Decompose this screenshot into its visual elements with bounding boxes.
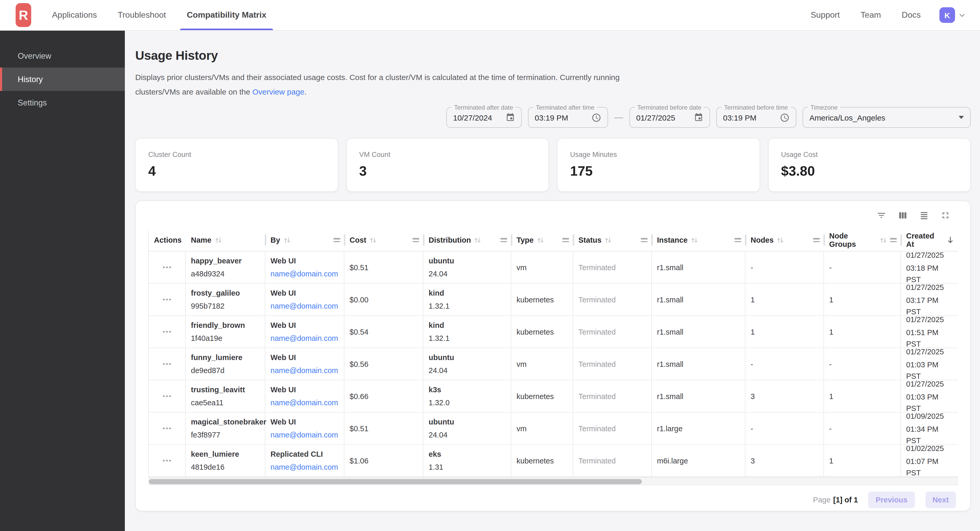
fullscreen-icon[interactable] bbox=[940, 210, 950, 220]
terminated-after-time-field[interactable]: Terminated after time 03:19 PM bbox=[528, 107, 608, 128]
account-menu[interactable]: K bbox=[940, 7, 966, 23]
scrollbar-thumb[interactable] bbox=[149, 479, 642, 484]
table-row: funny_lumierede9ed87dWeb UIname@domain.c… bbox=[149, 348, 958, 380]
status-value: Terminated bbox=[578, 390, 647, 402]
overview-page-link[interactable]: Overview page bbox=[252, 87, 304, 96]
column-menu-icon[interactable] bbox=[890, 238, 897, 242]
row-actions-button[interactable] bbox=[160, 296, 174, 304]
terminated-before-date-field[interactable]: Terminated before date 01/27/2025 bbox=[629, 107, 710, 128]
next-page-button[interactable]: Next bbox=[925, 491, 956, 508]
calendar-icon[interactable] bbox=[506, 113, 515, 122]
stat-label: Cluster Count bbox=[148, 151, 325, 159]
terminated-after-date-field[interactable]: Terminated after date 10/27/2024 bbox=[446, 107, 522, 128]
created-date: 01/02/2025 bbox=[906, 443, 955, 454]
instance-value: r1.large bbox=[657, 423, 741, 434]
cell-distribution: kind1.32.1 bbox=[423, 284, 511, 315]
cluster-id: a48d9324 bbox=[191, 268, 261, 279]
created-by-email-link[interactable]: name@domain.com bbox=[270, 333, 340, 344]
column-menu-icon[interactable] bbox=[500, 238, 507, 242]
column-header-status[interactable]: Status bbox=[573, 229, 652, 251]
avatar[interactable]: K bbox=[939, 7, 955, 23]
terminated-before-time-value: 03:19 PM bbox=[723, 113, 780, 122]
distribution-version: 1.32.0 bbox=[429, 397, 507, 408]
node-groups-value: - bbox=[829, 423, 896, 434]
column-header-name[interactable]: Name bbox=[186, 229, 265, 251]
density-icon[interactable] bbox=[919, 210, 929, 220]
nav-item-applications[interactable]: Applications bbox=[52, 0, 97, 30]
created-by-email-link[interactable]: name@domain.com bbox=[270, 397, 340, 408]
created-by-source: Web UI bbox=[270, 320, 340, 331]
sidebar-item-settings[interactable]: Settings bbox=[0, 91, 125, 114]
nav-item-compatibility-matrix[interactable]: Compatibility Matrix bbox=[187, 0, 266, 30]
column-header-node_groups[interactable]: Node Groups bbox=[824, 229, 901, 251]
column-menu-icon[interactable] bbox=[562, 238, 569, 242]
type-value: kubernetes bbox=[517, 326, 568, 338]
cluster-id: cae5ea11 bbox=[191, 397, 261, 408]
cell-by: Web UIname@domain.com bbox=[265, 316, 344, 347]
node-groups-value: 1 bbox=[829, 294, 896, 305]
nav-item-support[interactable]: Support bbox=[811, 10, 840, 20]
columns-icon[interactable] bbox=[898, 210, 908, 220]
filter-bar: Terminated after date 10/27/2024 Termina… bbox=[135, 107, 970, 128]
cluster-id: 1f40a19e bbox=[191, 333, 261, 344]
row-actions-button[interactable] bbox=[160, 425, 174, 433]
clock-icon[interactable] bbox=[592, 113, 601, 122]
created-by-email-link[interactable]: name@domain.com bbox=[270, 461, 340, 473]
replicated-logo[interactable]: R bbox=[16, 3, 31, 27]
clock-icon[interactable] bbox=[780, 113, 790, 122]
column-header-cost[interactable]: Cost bbox=[344, 229, 423, 251]
distribution-version: 1.32.1 bbox=[429, 333, 507, 344]
node-groups-value: 1 bbox=[829, 390, 896, 402]
nav-item-troubleshoot[interactable]: Troubleshoot bbox=[118, 0, 166, 30]
instance-value: r1.small bbox=[657, 358, 741, 370]
nodes-value: 3 bbox=[751, 455, 819, 466]
nav-item-docs[interactable]: Docs bbox=[902, 10, 921, 20]
row-actions-button[interactable] bbox=[160, 328, 174, 336]
timezone-select[interactable]: Timezone America/Los_Angeles bbox=[803, 107, 970, 128]
cell-actions bbox=[149, 252, 186, 283]
column-header-label: Created At bbox=[906, 232, 943, 248]
row-actions-button[interactable] bbox=[160, 360, 174, 368]
calendar-icon[interactable] bbox=[694, 113, 703, 122]
created-by-email-link[interactable]: name@domain.com bbox=[270, 300, 340, 312]
stat-label: Usage Minutes bbox=[570, 151, 747, 159]
created-by-email-link[interactable]: name@domain.com bbox=[270, 429, 340, 441]
column-menu-icon[interactable] bbox=[333, 238, 340, 242]
cell-status: Terminated bbox=[573, 380, 652, 412]
created-by-email-link[interactable]: name@domain.com bbox=[270, 365, 340, 376]
nodes-value: - bbox=[751, 262, 819, 273]
sort-icon bbox=[691, 236, 698, 244]
column-header-distribution[interactable]: Distribution bbox=[423, 229, 511, 251]
terminated-before-time-field[interactable]: Terminated before time 03:19 PM bbox=[716, 107, 796, 128]
column-header-type[interactable]: Type bbox=[511, 229, 573, 251]
distribution-name: k3s bbox=[429, 384, 507, 395]
stat-value: 3 bbox=[359, 163, 536, 179]
stat-cards: Cluster Count 4 VM Count 3 Usage Minutes… bbox=[135, 138, 970, 192]
column-header-instance[interactable]: Instance bbox=[652, 229, 745, 251]
column-menu-icon[interactable] bbox=[735, 238, 741, 242]
sidebar-item-history[interactable]: History bbox=[0, 68, 125, 91]
stat-card-usage-minutes: Usage Minutes 175 bbox=[557, 138, 760, 192]
column-header-nodes[interactable]: Nodes bbox=[745, 229, 824, 251]
previous-page-button[interactable]: Previous bbox=[869, 491, 915, 508]
row-actions-button[interactable] bbox=[160, 392, 174, 400]
column-header-label: Actions bbox=[154, 236, 181, 244]
cell-type: kubernetes bbox=[511, 316, 573, 347]
cluster-name: friendly_brown bbox=[191, 320, 261, 331]
cell-distribution: ubuntu24.04 bbox=[423, 348, 511, 380]
cell-by: Web UIname@domain.com bbox=[265, 348, 344, 380]
column-menu-icon[interactable] bbox=[813, 238, 820, 242]
column-menu-icon[interactable] bbox=[641, 238, 648, 242]
sidebar-item-overview[interactable]: Overview bbox=[0, 44, 125, 68]
row-actions-button[interactable] bbox=[160, 263, 174, 271]
secondary-nav: Support Team Docs K bbox=[811, 7, 966, 23]
row-actions-button[interactable] bbox=[160, 457, 174, 465]
filter-icon[interactable] bbox=[877, 210, 886, 220]
column-header-created_at[interactable]: Created At bbox=[901, 229, 959, 251]
column-header-by[interactable]: By bbox=[265, 229, 344, 251]
distribution-version: 1.32.1 bbox=[429, 300, 507, 312]
nav-item-team[interactable]: Team bbox=[861, 10, 881, 20]
horizontal-scrollbar[interactable] bbox=[148, 477, 958, 485]
created-by-email-link[interactable]: name@domain.com bbox=[270, 268, 340, 279]
column-menu-icon[interactable] bbox=[412, 238, 419, 242]
